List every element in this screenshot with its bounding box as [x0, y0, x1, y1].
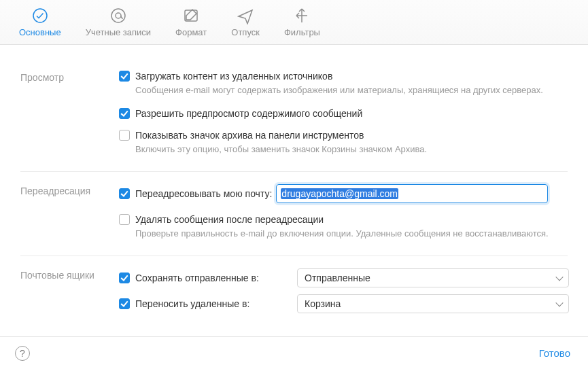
forward-email-input[interactable]: drugayapochta@gmail.com	[276, 184, 548, 203]
section-forwarding: Переадресация Переадресовывать мою почту…	[20, 171, 568, 256]
load-remote-content-checkbox[interactable]	[119, 71, 130, 82]
load-remote-content-hint: Сообщения e-mail могут содержать изображ…	[135, 84, 568, 97]
section-title: Почтовые ящики	[20, 268, 119, 320]
at-sign-icon	[109, 7, 127, 24]
section-mailboxes: Почтовые ящики Сохранять отправленные в:…	[20, 256, 568, 335]
show-archive-icon-hint: Включить эту опцию, чтобы заменить значо…	[135, 143, 568, 156]
forward-mail-checkbox[interactable]	[119, 188, 130, 199]
forward-mail-label[interactable]: Переадресовывать мою почту:	[135, 188, 272, 199]
show-archive-icon-label[interactable]: Показывать значок архива на панели инстр…	[135, 130, 364, 141]
help-button[interactable]: ?	[15, 346, 30, 361]
tab-label: Фильтры	[284, 27, 320, 37]
move-deleted-checkbox[interactable]	[119, 298, 130, 309]
svg-point-0	[33, 9, 47, 22]
save-sent-select[interactable]: Отправленные	[297, 268, 569, 287]
move-deleted-value: Корзина	[305, 298, 341, 309]
tab-label: Учетные записи	[86, 27, 151, 37]
allow-preview-checkbox[interactable]	[119, 108, 130, 119]
tab-general[interactable]: Основные	[7, 1, 73, 44]
save-sent-checkbox[interactable]	[119, 273, 130, 283]
load-remote-content-label[interactable]: Загружать контент из удаленных источнико…	[135, 71, 332, 82]
save-sent-value: Отправленные	[305, 273, 370, 283]
section-title: Просмотр	[20, 71, 119, 156]
section-viewing: Просмотр Загружать контент из удаленных …	[20, 58, 568, 171]
tab-filters[interactable]: Фильтры	[272, 1, 332, 44]
show-archive-icon-checkbox[interactable]	[119, 130, 130, 141]
svg-point-1	[111, 9, 125, 22]
forward-email-value: drugayapochta@gmail.com	[281, 188, 398, 199]
tab-accounts[interactable]: Учетные записи	[73, 1, 163, 44]
tab-format[interactable]: Формат	[163, 1, 219, 44]
airplane-icon	[237, 7, 254, 24]
delete-after-forward-label[interactable]: Удалять сообщения после переадресации	[135, 214, 324, 225]
footer: ? Готово	[0, 336, 588, 369]
tab-bar: Основные Учетные записи Формат Отпуск Фи…	[0, 0, 588, 45]
tab-label: Отпуск	[231, 27, 260, 37]
allow-preview-label[interactable]: Разрешить предпросмотр содержимого сообщ…	[135, 108, 362, 119]
tab-label: Основные	[19, 27, 61, 37]
move-deleted-select[interactable]: Корзина	[297, 294, 569, 313]
main-content: Просмотр Загружать контент из удаленных …	[0, 45, 588, 336]
svg-point-2	[116, 13, 121, 18]
checkmark-circle-icon	[31, 7, 49, 24]
delete-after-forward-checkbox[interactable]	[119, 214, 130, 225]
arrows-icon	[293, 7, 311, 24]
delete-after-forward-hint: Проверьте правильность e-mail до включен…	[135, 228, 568, 241]
move-deleted-label[interactable]: Переносить удаленные в:	[135, 298, 249, 309]
tab-vacation[interactable]: Отпуск	[219, 1, 272, 44]
done-button[interactable]: Готово	[536, 343, 573, 363]
compose-icon	[182, 7, 200, 24]
tab-label: Формат	[175, 27, 207, 37]
section-title: Переадресация	[20, 184, 119, 241]
save-sent-label[interactable]: Сохранять отправленные в:	[135, 273, 259, 283]
